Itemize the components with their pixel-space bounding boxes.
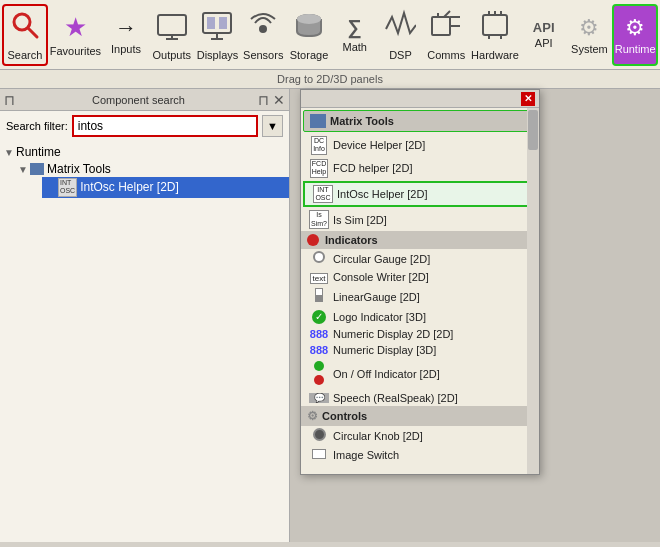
popup-item-speech[interactable]: 💬 Speech (RealSpeak) [2D]: [301, 390, 539, 406]
logo-indicator-label: Logo Indicator [3D]: [333, 311, 426, 323]
comms-button[interactable]: Comms: [423, 4, 469, 66]
popup-scrollbar[interactable]: [527, 108, 539, 474]
favourites-button[interactable]: ★ Favourites: [48, 4, 103, 66]
popup-item-device-helper[interactable]: DCInfo Device Helper [2D]: [301, 134, 539, 157]
matrix-tools-section-label: Matrix Tools: [330, 115, 394, 127]
numeric-display-2d-icon: 888: [309, 328, 329, 340]
component-popup: ✕ Matrix Tools DCInfo Device Helper [2D]: [300, 89, 540, 475]
search-input-wrapper: [72, 115, 258, 137]
popup-item-linear-gauge[interactable]: LinearGauge [2D]: [301, 286, 539, 307]
toolbar: Search ★ Favourites → Inputs Outputs: [0, 0, 660, 70]
circular-gauge-icon: [309, 251, 329, 266]
popup-titlebar: ✕: [301, 90, 539, 108]
image-switch-icon: [309, 448, 329, 462]
svg-line-1: [28, 28, 37, 37]
math-button[interactable]: ∑ Math: [332, 4, 378, 66]
filter-dropdown[interactable]: ▼: [262, 115, 283, 137]
controls-section-icon: ⚙: [307, 409, 318, 423]
tree-item-intosc[interactable]: INTOSC IntOsc Helper [2D]: [42, 177, 289, 198]
outputs-button[interactable]: Outputs: [149, 4, 195, 66]
tree-item-matrix-tools[interactable]: ▼ Matrix Tools: [14, 161, 289, 177]
intosc-helper-label: IntOsc Helper [2D]: [337, 188, 427, 200]
comms-label: Comms: [427, 49, 465, 61]
search-input[interactable]: [72, 115, 258, 137]
popup-item-numeric-display-2d[interactable]: 888 Numeric Display 2D [2D]: [301, 326, 539, 342]
svg-rect-18: [483, 15, 507, 35]
storage-icon: [293, 9, 325, 47]
svg-rect-13: [432, 17, 450, 35]
expand-icon: ▼: [18, 164, 30, 175]
panel-close-icon[interactable]: ✕: [273, 92, 285, 108]
expand-icon: ▼: [4, 147, 16, 158]
popup-item-fcd-helper[interactable]: FCDHelp FCD helper [2D]: [301, 157, 539, 180]
api-button[interactable]: API API: [521, 4, 567, 66]
linear-gauge-icon: [309, 288, 329, 305]
math-icon: ∑: [348, 16, 362, 39]
indicators-section-label: Indicators: [325, 234, 378, 246]
main-area: ⊓ Component search ⊓ ✕ Search filter: ▼ …: [0, 89, 660, 542]
outputs-icon: [156, 9, 188, 47]
svg-rect-9: [219, 17, 227, 29]
popup-item-console-writer[interactable]: text Console Writer [2D]: [301, 268, 539, 286]
popup-item-logo-indicator[interactable]: ✓ Logo Indicator [3D]: [301, 307, 539, 326]
tree-node-matrix-tools: ▼ Matrix Tools INTOSC IntOsc Helper [2D]: [0, 160, 289, 199]
tree-item-runtime[interactable]: ▼ Runtime: [0, 144, 289, 160]
numeric-display-2d-label: Numeric Display 2D [2D]: [333, 328, 453, 340]
fcd-badge-icon: FCDHelp: [309, 159, 329, 178]
comms-icon: [430, 9, 462, 47]
left-panel: ⊓ Component search ⊓ ✕ Search filter: ▼ …: [0, 89, 290, 542]
popup-item-numeric-display-3d[interactable]: 888 Numeric Display [3D]: [301, 342, 539, 358]
hardware-label: Hardware: [471, 49, 519, 61]
hardware-icon: [479, 9, 511, 47]
dsp-icon: [384, 9, 416, 47]
indicators-section-header[interactable]: Indicators: [301, 231, 539, 249]
popup-close-button[interactable]: ✕: [521, 92, 535, 106]
api-icon: API: [533, 20, 555, 35]
displays-icon: [201, 9, 233, 47]
displays-button[interactable]: Displays: [195, 4, 241, 66]
runtime-label: Runtime: [16, 145, 61, 159]
hardware-button[interactable]: Hardware: [469, 4, 521, 66]
numeric-display-3d-label: Numeric Display [3D]: [333, 344, 436, 356]
tree-area: ▼ Runtime ▼ Matrix Tools INTOSC IntOsc H…: [0, 141, 289, 542]
storage-button[interactable]: Storage: [286, 4, 332, 66]
drag-bar: Drag to 2D/3D panels: [0, 70, 660, 89]
matrix-tools-label: Matrix Tools: [47, 162, 111, 176]
tree-node-runtime: ▼ Runtime ▼ Matrix Tools INTOSC IntOsc H…: [0, 143, 289, 200]
indicators-section-icon: [307, 234, 319, 246]
system-button[interactable]: ⚙ System: [567, 4, 613, 66]
right-panel: ✕ Matrix Tools DCInfo Device Helper [2D]: [290, 89, 660, 542]
search-button[interactable]: Search: [2, 4, 48, 66]
popup-item-circular-gauge[interactable]: Circular Gauge [2D]: [301, 249, 539, 268]
pin-right-icon[interactable]: ⊓: [258, 92, 269, 108]
inputs-label: Inputs: [111, 43, 141, 55]
dsp-button[interactable]: DSP: [378, 4, 424, 66]
console-writer-icon: text: [309, 270, 329, 284]
console-writer-label: Console Writer [2D]: [333, 271, 429, 283]
popup-item-intosc-helper[interactable]: INTOSC IntOsc Helper [2D]: [303, 181, 537, 208]
popup-item-image-switch[interactable]: Image Switch: [301, 446, 539, 464]
svg-rect-25: [290, 89, 295, 542]
search-filter-label: Search filter:: [6, 120, 68, 132]
star-icon: ★: [64, 12, 87, 43]
speech-icon: 💬: [309, 393, 329, 403]
matrix-tools-section-header[interactable]: Matrix Tools: [303, 110, 537, 132]
runtime-button[interactable]: ⚙ Runtime: [612, 4, 658, 66]
inputs-button[interactable]: → Inputs: [103, 4, 149, 66]
device-helper-label: Device Helper [2D]: [333, 139, 425, 151]
popup-item-is-sim[interactable]: IsSim? Is Sim [2D]: [301, 208, 539, 231]
math-label: Math: [343, 41, 367, 53]
popup-item-circular-knob[interactable]: Circular Knob [2D]: [301, 426, 539, 446]
api-label: API: [535, 37, 553, 49]
circular-gauge-label: Circular Gauge [2D]: [333, 253, 430, 265]
sensors-button[interactable]: Sensors: [240, 4, 286, 66]
displays-label: Displays: [197, 49, 239, 61]
runtime-label: Runtime: [615, 43, 656, 55]
circular-knob-label: Circular Knob [2D]: [333, 430, 423, 442]
search-icon: [9, 9, 41, 47]
matrix-tools-section-icon: [310, 114, 326, 128]
controls-section-header[interactable]: ⚙ Controls: [301, 406, 539, 426]
onoff-indicator-label: On / Off Indicator [2D]: [333, 368, 440, 380]
pin-left-icon[interactable]: ⊓: [4, 92, 15, 108]
popup-item-onoff-indicator[interactable]: On / Off Indicator [2D]: [301, 358, 539, 390]
